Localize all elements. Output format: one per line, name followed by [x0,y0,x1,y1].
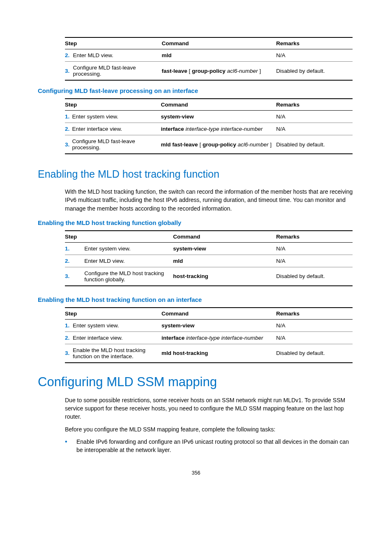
th-remarks: Remarks [276,308,353,320]
table-row: 3. Configure MLD fast-leave processing. … [65,62,353,81]
step-desc: Configure MLD fast-leave processing. [73,62,161,81]
step-number: 2. [65,49,73,62]
step-desc: Enter system view. [73,319,161,331]
cmd-italic: interface-type interface-number [184,126,263,132]
step-remarks: Disabled by default. [276,62,353,81]
step-desc: Enter MLD view. [73,49,161,62]
cmd-bold: system-view [173,246,206,252]
th-command: Command [161,99,276,111]
step-command: mld [173,255,276,267]
th-command: Command [161,37,276,49]
step-remarks: N/A [276,49,353,62]
th-remarks: Remarks [276,37,353,49]
page-number: 356 [38,470,354,476]
cmd-plain: [ [198,141,203,148]
cmd-bold: system-view [161,114,194,120]
step-remarks: N/A [276,123,353,135]
heading-3: Enabling the MLD host tracking function … [38,219,354,226]
step-desc: Enter interface view. [72,123,161,135]
th-command: Command [173,231,276,243]
step-number: 1. [65,242,84,255]
step-desc: Enter interface view. [73,331,161,344]
table-row: 1. Enter system view. system-view N/A [65,111,353,123]
cmd-plain: [ [187,68,192,74]
cmd-bold: mld fast-leave [161,141,198,148]
table-row: 1. Enter system view. system-view N/A [65,242,353,255]
step-number: 3. [65,344,73,363]
step-number: 1. [65,319,73,331]
table-row: 2. Enter interface view. interface inter… [65,331,353,344]
config-table-2: Step Command Remarks 1. Enter system vie… [65,98,353,154]
step-desc: Enable the MLD host tracking function on… [73,344,161,363]
step-remarks: Disabled by default. [276,344,353,363]
cmd-bold: group-policy [192,68,226,74]
cmd-bold: interface [161,126,184,132]
bullet-icon: • [65,438,76,454]
table-row: 3. Enable the MLD host tracking function… [65,344,353,363]
th-step: Step [65,37,161,49]
step-command: mld [161,49,276,62]
table-row: 3. Configure the MLD host tracking funct… [65,267,353,286]
table-row: 3. Configure MLD fast-leave processing. … [65,135,353,154]
cmd-bold: interface [161,335,184,341]
step-remarks: N/A [276,111,353,123]
step-command: mld fast-leave [ group-policy acl6-numbe… [161,135,276,154]
cmd-bold: mld [161,52,171,58]
table-row: 2. Enter MLD view. mld N/A [65,49,353,62]
step-remarks: N/A [276,331,353,344]
step-command: system-view [161,319,276,331]
step-remarks: Disabled by default. [276,135,353,154]
cmd-bold: mld [173,258,183,264]
step-command: interface interface-type interface-numbe… [161,123,276,135]
cmd-bold: group-policy [203,141,236,148]
step-desc: Configure MLD fast-leave processing. [72,135,161,154]
config-table-3: Step Command Remarks 1. Enter system vie… [65,230,353,286]
heading-1: Configuring MLD SSM mapping [38,375,354,389]
table-row: 2. Enter MLD view. mld N/A [65,255,353,267]
step-number: 3. [65,62,73,81]
step-remarks: Disabled by default. [276,267,353,286]
config-table-1: Step Command Remarks 2. Enter MLD view. … [65,37,353,81]
paragraph: Before you configure the MLD SSM mapping… [65,425,354,433]
step-desc: Configure the MLD host tracking function… [84,267,173,286]
cmd-italic: acl6-number [236,141,269,148]
cmd-plain: ] [258,68,261,74]
cmd-plain: ] [268,141,272,148]
step-desc: Enter MLD view. [84,255,173,267]
cmd-bold: host-tracking [173,273,208,279]
cmd-italic: interface-type interface-number [184,335,263,341]
th-step: Step [65,99,161,111]
document-page: Step Command Remarks 2. Enter MLD view. … [0,0,392,492]
table-row: 1. Enter system view. system-view N/A [65,319,353,331]
step-command: interface interface-type interface-numbe… [161,331,276,344]
heading-3: Configuring MLD fast-leave processing on… [38,87,354,94]
cmd-bold: fast-leave [161,68,187,74]
step-remarks: N/A [276,255,353,267]
step-number: 2. [65,255,84,267]
cmd-italic: acl6-number [226,68,258,74]
table-row: 2. Enter interface view. interface inter… [65,123,353,135]
step-number: 1. [65,111,72,123]
step-desc: Enter system view. [84,242,173,255]
step-number: 3. [65,267,84,286]
step-command: system-view [173,242,276,255]
th-step: Step [65,231,173,243]
step-command: host-tracking [173,267,276,286]
step-remarks: N/A [276,319,353,331]
config-table-4: Step Command Remarks 1. Enter system vie… [65,307,353,363]
heading-3: Enabling the MLD host tracking function … [38,296,354,303]
step-number: 3. [65,135,72,154]
bullet-item: • Enable IPv6 forwarding and configure a… [65,438,354,454]
step-command: fast-leave [ group-policy acl6-number ] [161,62,276,81]
step-number: 2. [65,331,73,344]
bullet-text: Enable IPv6 forwarding and configure an … [76,438,354,454]
paragraph: Due to some possible restrictions, some … [65,396,354,421]
th-step: Step [65,308,161,320]
step-number: 2. [65,123,72,135]
paragraph: With the MLD host tracking function, the… [65,188,354,213]
cmd-bold: mld host-tracking [161,350,208,356]
heading-2: Enabling the MLD host tracking function [38,168,354,180]
step-remarks: N/A [276,242,353,255]
step-command: mld host-tracking [161,344,276,363]
step-desc: Enter system view. [72,111,161,123]
